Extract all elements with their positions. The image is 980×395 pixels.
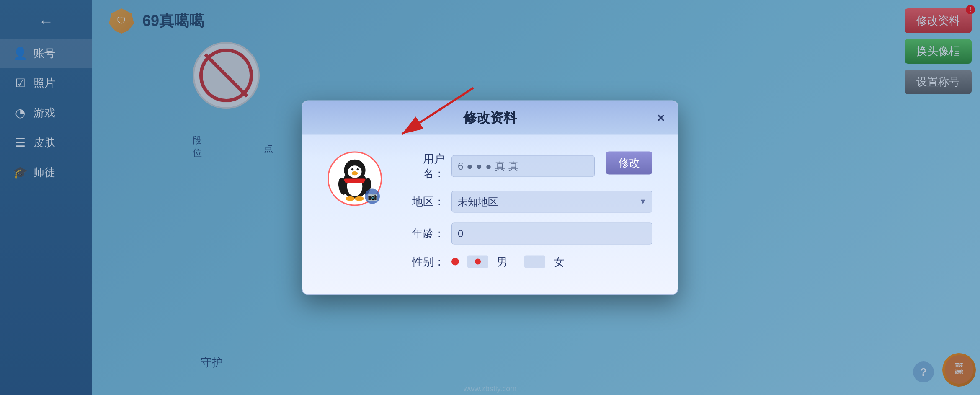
male-radio-dot [451, 258, 459, 266]
female-radio-button[interactable] [524, 256, 545, 268]
edit-username-button[interactable]: 修改 [606, 151, 652, 174]
gender-label: 性别： [403, 254, 445, 269]
username-input[interactable] [451, 155, 595, 177]
svg-point-14 [352, 171, 358, 175]
region-row: 地区： 未知地区 北京 上海 广州 深圳 ▼ [403, 191, 652, 212]
region-label: 地区： [403, 194, 445, 209]
dialog-form: 用户名： 修改 地区： 未知地区 北京 上海 广州 深圳 ▼ [403, 151, 652, 269]
username-row: 用户名： 修改 [403, 151, 652, 181]
male-radio-button[interactable] [467, 256, 488, 268]
dialog-header: 修改资料 × [302, 101, 678, 134]
camera-icon[interactable]: 📷 [365, 188, 380, 204]
age-row: 年龄： [403, 222, 652, 244]
region-select-wrapper: 未知地区 北京 上海 广州 深圳 ▼ [451, 191, 652, 212]
age-label: 年龄： [403, 226, 445, 241]
male-label: 男 [497, 254, 508, 269]
svg-point-19 [355, 196, 364, 201]
age-input[interactable] [451, 222, 652, 244]
svg-point-12 [351, 168, 354, 170]
dialog-body: 📷 用户名： 修改 地区： 未知地区 北京 上海 广州 [302, 134, 678, 277]
dialog-title: 修改资料 [463, 108, 517, 127]
dialog-avatar-area: 📷 [328, 151, 382, 206]
dialog-close-button[interactable]: × [652, 109, 669, 126]
region-select[interactable]: 未知地区 北京 上海 广州 深圳 [451, 191, 652, 212]
gender-row: 性别： 男 女 [403, 254, 652, 269]
svg-point-18 [346, 196, 355, 201]
username-label: 用户名： [403, 151, 445, 181]
svg-rect-15 [344, 178, 365, 183]
svg-point-13 [357, 168, 359, 170]
dialog: 修改资料 × [302, 100, 678, 295]
female-label: 女 [554, 254, 565, 269]
gender-options: 男 女 [451, 254, 565, 269]
